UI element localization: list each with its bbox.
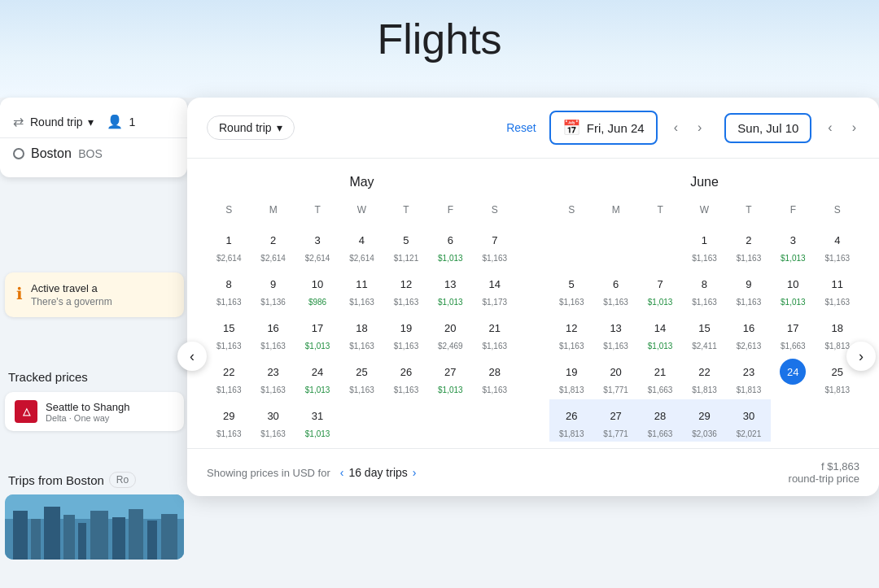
calendar-day[interactable]: 13$1,013 (428, 268, 472, 310)
calendar-day[interactable]: 30$1,163 (251, 399, 295, 442)
calendar-day[interactable]: 6$1,163 (593, 268, 637, 310)
day-price: $1,163 (824, 298, 850, 307)
calendar-reset-btn[interactable]: Reset (506, 121, 536, 134)
calendar-day[interactable]: 4$2,614 (339, 224, 383, 266)
may-day-headers: S M T W T F S (207, 201, 517, 219)
calendar-day[interactable]: 24$1,663 (771, 355, 815, 398)
calendar-day[interactable]: 13$1,163 (593, 311, 637, 354)
tracked-item-info: Seattle to Shangh Delta · One way (46, 401, 129, 423)
depart-next-arrow[interactable]: › (694, 119, 705, 137)
calendar-day[interactable]: 17$1,663 (771, 311, 815, 354)
trip-duration-selector[interactable]: ‹ 16 day trips › (340, 466, 417, 479)
calendar-day[interactable]: 21$1,663 (638, 355, 682, 398)
calendar-day[interactable]: 22$1,813 (682, 355, 726, 398)
calendar-day[interactable]: 3$1,013 (771, 224, 815, 266)
return-prev-arrow[interactable]: ‹ (824, 119, 835, 137)
calendar-icon: 📅 (562, 119, 580, 137)
calendar-day[interactable]: 15$1,163 (207, 311, 251, 354)
return-date-picker[interactable]: Sun, Jul 10 (724, 113, 811, 143)
day-price: $2,614 (216, 254, 242, 263)
calendar-day[interactable]: 5$1,163 (549, 268, 593, 310)
calendar-day[interactable]: 7$1,013 (638, 268, 682, 310)
calendar-day[interactable]: 27$1,771 (593, 399, 637, 442)
day-number: 6 (437, 227, 463, 253)
svg-rect-4 (44, 507, 60, 560)
calendar-day[interactable]: 4$1,163 (816, 224, 859, 266)
calendar-day[interactable]: 1$2,614 (207, 224, 251, 266)
calendar-day[interactable]: 11$1,163 (816, 268, 859, 310)
day-number: 28 (647, 403, 673, 429)
tracked-item[interactable]: △ Seattle to Shangh Delta · One way (5, 392, 184, 431)
may-header-s2: S (473, 201, 517, 219)
prev-month-arrow[interactable]: ‹ (177, 342, 207, 371)
calendar-day[interactable]: 30$2,021 (727, 399, 771, 442)
calendar-day[interactable]: 5$1,121 (384, 224, 428, 266)
calendar-day[interactable]: 6$1,013 (428, 224, 472, 266)
calendar-day[interactable]: 9$1,163 (727, 268, 771, 310)
calendar-day[interactable]: 16$2,613 (727, 311, 771, 354)
calendar-day[interactable]: 8$1,163 (207, 268, 251, 310)
day-price: $2,613 (737, 342, 762, 351)
calendar-day[interactable]: 17$1,013 (295, 311, 339, 354)
calendar-day[interactable]: 22$1,163 (207, 355, 251, 398)
svg-rect-3 (31, 519, 41, 560)
calendar-day[interactable]: 20$2,469 (428, 311, 472, 354)
calendar-day[interactable]: 14$1,173 (473, 268, 517, 310)
done-price: f $1,863 (821, 460, 859, 473)
calendar-roundtrip-btn[interactable]: Round trip ▾ (207, 115, 295, 140)
calendar-day[interactable]: 29$2,036 (682, 399, 726, 442)
alert-content: Active travel a There's a governm (31, 282, 112, 307)
day-number: 21 (647, 359, 673, 385)
calendar-day[interactable]: 19$1,163 (384, 311, 428, 354)
calendar-day[interactable]: 7$1,163 (473, 224, 517, 266)
sidebar-search[interactable]: Boston BOS (0, 137, 187, 169)
calendar-day[interactable]: 25$1,163 (339, 355, 383, 398)
calendar-day[interactable]: 23$1,813 (727, 355, 771, 398)
calendar-day[interactable]: 29$1,163 (207, 399, 251, 442)
calendar-day[interactable]: 21$1,163 (473, 311, 517, 354)
calendar-day[interactable]: 14$1,013 (638, 311, 682, 354)
depart-prev-arrow[interactable]: ‹ (671, 119, 681, 137)
trips-filter-badge[interactable]: Ro (109, 472, 136, 488)
day-number: 20 (437, 315, 463, 341)
calendar-day[interactable]: 26$1,813 (549, 399, 593, 442)
calendar-day[interactable]: 15$2,411 (682, 311, 726, 354)
duration-prev-arrow[interactable]: ‹ (340, 466, 344, 479)
calendar-day[interactable]: 28$1,663 (638, 399, 682, 442)
calendar-day[interactable]: 19$1,813 (549, 355, 593, 398)
calendar-day[interactable]: 31$1,013 (295, 399, 339, 442)
calendar-day[interactable]: 3$2,614 (295, 224, 339, 266)
calendar-day[interactable]: 23$1,163 (251, 355, 295, 398)
calendar-day[interactable]: 11$1,163 (339, 268, 383, 310)
calendar-day[interactable]: 9$1,136 (251, 268, 295, 310)
done-info: f $1,863 round-trip price (789, 460, 859, 485)
calendar-day[interactable]: 10$986 (295, 268, 339, 310)
calendar-day[interactable]: 12$1,163 (384, 268, 428, 310)
next-month-arrow[interactable]: › (846, 342, 876, 371)
depart-date-picker[interactable]: 📅 Fri, Jun 24 (549, 111, 658, 145)
calendar-day[interactable]: 16$1,163 (251, 311, 295, 354)
calendar-day[interactable]: 28$1,163 (473, 355, 517, 398)
calendar-day[interactable]: 18$1,163 (339, 311, 383, 354)
day-price: $1,013 (438, 254, 463, 263)
return-next-arrow[interactable]: › (849, 119, 859, 137)
calendar-day[interactable]: 26$1,163 (384, 355, 428, 398)
svg-rect-5 (63, 515, 75, 560)
calendar-day[interactable]: 20$1,771 (593, 355, 637, 398)
day-price: $1,163 (559, 342, 584, 351)
calendar-day (428, 399, 472, 442)
calendar-day[interactable]: 27$1,013 (428, 355, 472, 398)
calendar-day[interactable]: 2$1,163 (727, 224, 771, 266)
calendar-day[interactable]: 12$1,163 (549, 311, 593, 354)
calendar-day[interactable]: 24$1,013 (295, 355, 339, 398)
calendar-day[interactable]: 10$1,013 (771, 268, 815, 310)
day-number: 4 (348, 227, 374, 253)
calendar-day[interactable]: 8$1,163 (682, 268, 726, 310)
calendar-day[interactable]: 2$2,614 (251, 224, 295, 266)
calendar-day[interactable]: 1$1,163 (682, 224, 726, 266)
sidebar-roundtrip-btn[interactable]: Round trip ▾ (30, 115, 94, 128)
day-number: 23 (736, 359, 762, 385)
day-price: $2,614 (305, 254, 330, 263)
duration-next-arrow[interactable]: › (413, 466, 417, 479)
day-price: $2,614 (260, 254, 286, 263)
